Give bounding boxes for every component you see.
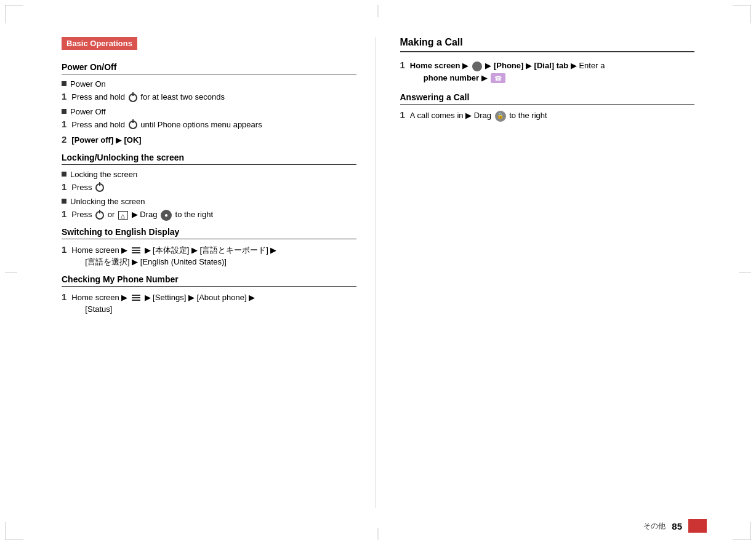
answering-call-header: Answering a Call (400, 92, 695, 105)
lock-drag-icon: 🔒 (495, 111, 506, 122)
right-column: Making a Call 1 Home screen ▶ ▶ [Phone] … (376, 37, 695, 508)
step-text-a: Press and hold (71, 92, 125, 101)
step-number: 1 (62, 209, 66, 219)
power-off-label: Power Off (70, 107, 106, 116)
power-on-off-title: Power On/Off (62, 62, 356, 74)
page-content: Basic Operations Power On/Off Power On 1… (62, 37, 694, 508)
bullet-icon (62, 109, 66, 114)
basic-operations-header: Basic Operations (62, 37, 137, 50)
making-call-header: Making a Call (400, 37, 695, 52)
step-text-b: until Phone options menu appears (140, 120, 262, 129)
power-icon (95, 211, 104, 220)
step-number: 1 (62, 244, 66, 255)
power-icon (129, 121, 137, 129)
power-off-bullet: Power Off (62, 107, 356, 116)
phone-call-icon (491, 73, 505, 83)
unlocking-step1: 1 Press or △ ▶ Drag ● to the right (62, 209, 356, 221)
corner-mark-tr (733, 5, 751, 23)
english-display-title: Switching to English Display (62, 227, 356, 239)
step-number: 2 (62, 134, 66, 145)
unlocking-bullet: Unlocking the screen (62, 197, 356, 206)
phone-number-step1: 1 Home screen ▶ ▶ [Settings] ▶ [About ph… (62, 292, 356, 316)
bullet-icon (62, 172, 66, 177)
left-center-mark (5, 272, 17, 273)
corner-mark-br (733, 522, 751, 540)
corner-mark-tl (5, 5, 23, 23)
phone-number-title: Checking My Phone Number (62, 274, 356, 287)
step-text: Press and hold until Phone options menu … (71, 119, 262, 131)
power-off-step1: 1 Press and hold until Phone options men… (62, 119, 356, 131)
home-icon: △ (118, 211, 128, 220)
footer-label: その他 (643, 521, 666, 531)
locking-title: Locking/Unlocking the screen (62, 153, 356, 165)
step-text: Home screen ▶ ▶ [本体設定] ▶ [言語とキーボード] ▶ [言… (71, 244, 276, 268)
step-text-a: Press (71, 183, 92, 192)
menu-icon (132, 247, 140, 253)
power-on-label: Power On (70, 79, 106, 89)
making-call-step1: 1 Home screen ▶ ▶ [Phone] ▶ [Dial] tab ▶… (400, 60, 695, 84)
locking-label: Locking the screen (70, 170, 137, 179)
power-on-step1: 1 Press and hold for at least two second… (62, 91, 356, 103)
bottom-center-mark (378, 528, 379, 540)
power-icon (129, 93, 137, 102)
answering-call-step1: 1 A call comes in ▶ Drag 🔒 to the right (400, 109, 695, 122)
step-number: 1 (400, 109, 405, 120)
step-text: [Power off] ▶ [OK] (71, 134, 141, 146)
locking-step1: 1 Press (62, 181, 356, 194)
left-column: Basic Operations Power On/Off Power On 1… (62, 37, 376, 508)
locking-bullet: Locking the screen (62, 170, 356, 179)
corner-mark-bl (5, 522, 23, 540)
red-block (688, 519, 707, 533)
step-text: A call comes in ▶ Drag 🔒 to the right (410, 109, 547, 122)
step-text: Press or △ ▶ Drag ● to the right (71, 209, 213, 221)
menu-icon (132, 295, 140, 301)
drag-circle-icon: ● (161, 210, 172, 221)
step-number: 1 (400, 60, 405, 70)
step-text-a: Press and hold (71, 120, 125, 129)
step-text: Press (71, 181, 105, 194)
right-center-mark (739, 272, 751, 273)
step-number: 1 (62, 119, 66, 129)
bullet-icon (62, 199, 66, 204)
step-text: Home screen ▶ ▶ [Settings] ▶ [About phon… (71, 292, 255, 316)
step-number: 1 (62, 91, 66, 101)
step-text: Press and hold for at least two seconds (71, 91, 225, 103)
power-on-bullet: Power On (62, 79, 356, 89)
circle-icon (472, 62, 482, 71)
bullet-icon (62, 81, 66, 86)
power-off-step2: 2 [Power off] ▶ [OK] (62, 134, 356, 146)
step-text: Home screen ▶ ▶ [Phone] ▶ [Dial] tab ▶ E… (410, 60, 605, 84)
step-number: 1 (62, 181, 66, 192)
english-step1: 1 Home screen ▶ ▶ [本体設定] ▶ [言語とキーボード] ▶ … (62, 244, 356, 268)
power-icon (95, 183, 104, 192)
page-footer: その他 85 (643, 519, 707, 533)
step-text-b: for at least two seconds (140, 92, 225, 101)
top-center-mark (378, 5, 379, 17)
unlocking-label: Unlocking the screen (70, 197, 145, 206)
page-number: 85 (672, 521, 682, 531)
step-number: 1 (62, 292, 66, 302)
